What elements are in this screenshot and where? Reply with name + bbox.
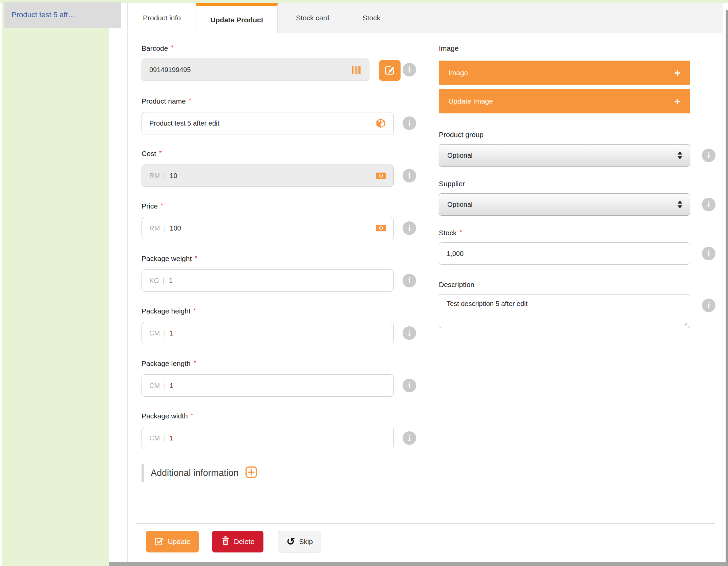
package-height-field: CM | — [142, 322, 394, 344]
required-asterisk: * — [460, 229, 462, 236]
info-icon[interactable]: i — [403, 274, 416, 287]
footer-divider — [136, 523, 715, 524]
info-icon[interactable]: i — [702, 299, 715, 312]
product-list-sidebar — [2, 3, 109, 566]
add-additional-information-button[interactable] — [245, 466, 258, 480]
update-button[interactable]: Update — [146, 531, 199, 552]
package-height-label: Package height* — [142, 307, 196, 315]
image-section-label: Image — [439, 44, 458, 52]
select-arrows-icon — [678, 152, 682, 159]
barcode-input[interactable] — [149, 66, 347, 74]
supplier-select[interactable]: Optional — [439, 193, 690, 216]
additional-information-title: Additional information — [151, 468, 239, 478]
delete-button[interactable]: Delete — [212, 531, 263, 552]
image-accordion-header[interactable]: Image + — [439, 61, 690, 85]
money-icon — [376, 172, 386, 179]
horizontal-scrollbar[interactable] — [109, 562, 728, 566]
package-weight-field: KG | — [142, 269, 394, 292]
tab-product-info[interactable]: Product info — [128, 3, 196, 33]
required-asterisk: * — [191, 412, 193, 419]
barcode-icon — [351, 65, 362, 74]
description-label: Description — [439, 281, 474, 289]
price-field: RM | — [142, 217, 394, 239]
stock-field — [439, 242, 690, 265]
package-height-input[interactable] — [170, 329, 386, 337]
package-length-field: CM | — [142, 374, 394, 397]
price-label: Price* — [142, 202, 163, 210]
page: Product test 5 aft… Product info Update … — [0, 0, 728, 566]
prefix-separator: | — [163, 382, 165, 390]
price-input[interactable] — [170, 224, 372, 232]
package-weight-label: Package weight* — [142, 255, 197, 263]
required-asterisk: * — [194, 307, 196, 314]
package-width-input[interactable] — [170, 434, 386, 442]
package-weight-input[interactable] — [169, 277, 386, 285]
package-width-label: Package width* — [142, 412, 193, 420]
barcode-label: Barcode* — [142, 44, 173, 52]
unit-prefix: KG — [149, 277, 159, 285]
barcode-field — [142, 59, 369, 81]
required-asterisk: * — [195, 255, 197, 261]
section-accent-bar — [142, 464, 144, 482]
sidebar-item-selected-product[interactable]: Product test 5 aft… — [4, 2, 121, 28]
product-group-label: Product group — [439, 131, 484, 139]
info-icon[interactable]: i — [403, 326, 416, 340]
info-icon[interactable]: i — [702, 247, 715, 260]
product-detail-panel: Product info Update Product Stock card S… — [127, 3, 723, 563]
tab-stock-card[interactable]: Stock card — [278, 3, 348, 33]
cost-field: RM | — [142, 165, 394, 187]
info-icon[interactable]: i — [403, 379, 416, 392]
package-length-input[interactable] — [170, 382, 386, 390]
required-asterisk: * — [171, 44, 173, 51]
undo-icon: ↺ — [286, 537, 295, 547]
product-group-select[interactable]: Optional — [439, 144, 690, 167]
unit-prefix: CM — [149, 329, 160, 337]
cube-icon — [375, 117, 386, 129]
unit-prefix: CM — [149, 434, 160, 442]
cost-label: Cost* — [142, 150, 162, 158]
plus-icon: + — [674, 67, 681, 78]
info-icon[interactable]: i — [403, 221, 416, 235]
package-width-field: CM | — [142, 427, 394, 449]
check-square-icon — [154, 536, 164, 547]
stock-input[interactable] — [447, 250, 682, 258]
tab-update-product[interactable]: Update Product — [196, 3, 278, 34]
prefix-separator: | — [163, 172, 165, 180]
additional-information-section: Additional information — [142, 464, 258, 482]
description-textarea[interactable] — [439, 294, 690, 328]
supplier-label: Supplier — [439, 180, 465, 188]
info-icon[interactable]: i — [403, 169, 416, 182]
vertical-scrollbar[interactable] — [726, 10, 728, 566]
cost-input[interactable] — [170, 172, 372, 180]
product-name-label: Product name* — [142, 97, 191, 105]
pencil-square-icon — [384, 64, 395, 77]
info-icon[interactable]: i — [403, 116, 416, 130]
edit-barcode-button[interactable] — [379, 60, 401, 81]
select-arrows-icon — [678, 201, 682, 209]
plus-icon: + — [674, 96, 681, 107]
money-icon — [376, 224, 386, 232]
unit-prefix: CM — [149, 382, 160, 390]
tab-stock[interactable]: Stock — [348, 3, 395, 33]
update-image-accordion-header[interactable]: Update Image + — [439, 89, 690, 113]
tab-bar: Product info Update Product Stock card S… — [128, 3, 723, 33]
product-name-field — [142, 112, 394, 134]
skip-button[interactable]: ↺ Skip — [278, 531, 321, 552]
prefix-separator: | — [163, 277, 164, 285]
prefix-separator: | — [163, 224, 165, 232]
info-icon[interactable]: i — [702, 149, 715, 162]
currency-prefix: RM — [149, 224, 160, 232]
info-icon[interactable]: i — [403, 63, 416, 77]
stock-label: Stock* — [439, 229, 462, 237]
trash-icon — [221, 536, 230, 547]
required-asterisk: * — [189, 97, 191, 104]
package-length-label: Package length* — [142, 360, 196, 368]
prefix-separator: | — [163, 329, 165, 337]
info-icon[interactable]: i — [702, 198, 715, 211]
product-name-input[interactable] — [149, 119, 371, 127]
required-asterisk: * — [159, 150, 162, 156]
plus-square-icon — [245, 466, 258, 480]
info-icon[interactable]: i — [403, 431, 416, 445]
required-asterisk: * — [194, 360, 196, 366]
prefix-separator: | — [163, 434, 165, 442]
